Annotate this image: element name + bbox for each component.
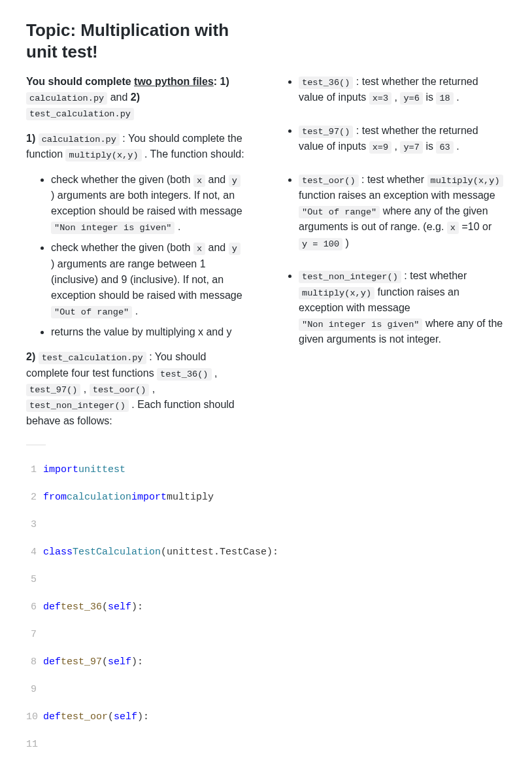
inline-code: calculation.py <box>39 133 120 146</box>
part2-lead: 2) test_calculation.py : You should comp… <box>26 349 246 429</box>
code-block: 1import unittest 2from calculation impor… <box>26 449 506 765</box>
bullet: test_non_integer() : test whether multip… <box>299 268 506 347</box>
part1-bullets: check whether the given (both x and y ) … <box>26 172 246 341</box>
inline-code: test_calculation.py <box>39 352 146 364</box>
divider <box>26 445 46 445</box>
inline-code: multiply(x,y) <box>65 149 141 162</box>
page-title: Topic: Multiplication with unit test! <box>26 20 261 62</box>
bullet: test_oor() : test whether multiply(x,y) … <box>299 172 506 252</box>
bullet: check whether the given (both x and y ) … <box>51 240 246 319</box>
intro-paragraph: You should complete two python files: 1)… <box>26 74 246 122</box>
inline-code: test_calculation.py <box>26 108 134 120</box>
bullet: test_97() : test whether the returned va… <box>299 123 506 155</box>
part1-lead: 1) calculation.py : You should complete … <box>26 131 246 163</box>
bullet: test_36() : test whether the returned va… <box>299 74 506 106</box>
tests-bullets: test_36() : test whether the returned va… <box>286 74 506 347</box>
inline-code: calculation.py <box>26 92 107 105</box>
bullet: returns the value by multiplying x and y <box>51 324 246 340</box>
bullet: check whether the given (both x and y ) … <box>51 172 246 235</box>
